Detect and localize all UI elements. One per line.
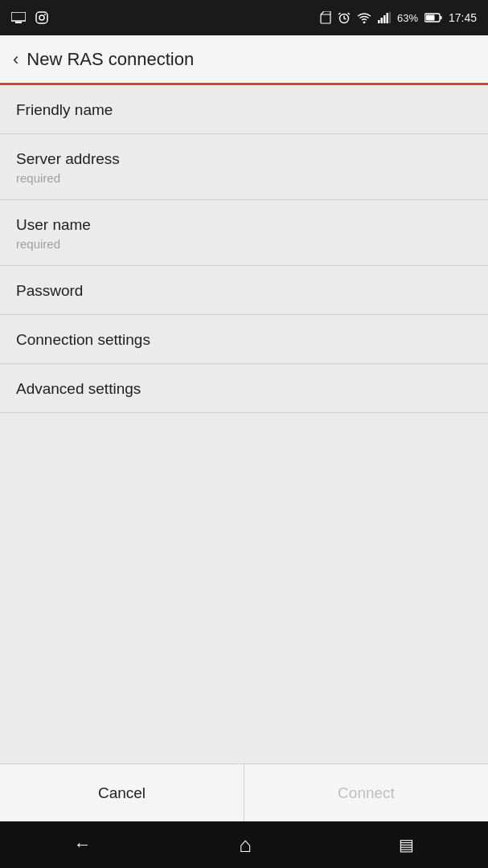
svg-rect-1 (15, 22, 22, 23)
back-button[interactable]: ‹ (13, 49, 18, 70)
svg-rect-16 (389, 12, 391, 23)
connection-settings-label: Connection settings (16, 331, 472, 349)
svg-rect-14 (383, 15, 386, 23)
svg-rect-15 (386, 13, 388, 23)
svg-point-11 (363, 22, 365, 24)
page-title: New RAS connection (27, 49, 194, 70)
instagram-icon (35, 11, 48, 24)
svg-line-10 (347, 13, 350, 14)
home-nav-icon[interactable]: ⌂ (239, 833, 252, 858)
status-bar: 63% 17:45 (0, 0, 488, 35)
svg-rect-19 (440, 16, 441, 19)
form-item-password[interactable]: Password (0, 266, 488, 315)
status-bar-left-icons (11, 11, 48, 24)
svg-point-4 (44, 14, 46, 15)
server-address-required: required (16, 171, 472, 185)
password-label: Password (16, 282, 472, 300)
time-display: 17:45 (449, 11, 477, 24)
form-item-connection-settings[interactable]: Connection settings (0, 315, 488, 364)
user-name-label: User name (16, 216, 472, 234)
svg-rect-18 (425, 15, 434, 21)
advanced-settings-label: Advanced settings (16, 380, 472, 398)
battery-icon (424, 13, 442, 23)
cancel-button[interactable]: Cancel (0, 764, 244, 821)
svg-rect-13 (380, 18, 383, 23)
sim-icon (320, 11, 331, 24)
status-bar-right-icons: 63% 17:45 (320, 11, 477, 24)
user-name-required: required (16, 237, 472, 251)
form-item-advanced-settings[interactable]: Advanced settings (0, 364, 488, 413)
form-item-server-address[interactable]: Server address required (0, 134, 488, 200)
svg-rect-0 (11, 12, 26, 21)
recents-nav-icon[interactable]: ▤ (399, 835, 414, 854)
alarm-icon (338, 11, 351, 24)
form-content: Friendly name Server address required Us… (0, 85, 488, 764)
friendly-name-label: Friendly name (16, 101, 472, 119)
back-nav-icon[interactable]: ← (74, 834, 92, 855)
svg-line-9 (338, 13, 341, 14)
svg-point-3 (39, 15, 44, 20)
header: ‹ New RAS connection (0, 35, 488, 85)
svg-rect-5 (321, 14, 330, 23)
navigation-bar: ← ⌂ ▤ (0, 821, 488, 868)
connect-button[interactable]: Connect (244, 764, 488, 821)
svg-rect-2 (36, 12, 47, 23)
svg-rect-12 (378, 20, 380, 23)
screen-mirror-icon (11, 12, 26, 23)
form-item-user-name[interactable]: User name required (0, 200, 488, 266)
signal-icon (378, 12, 391, 23)
server-address-label: Server address (16, 150, 472, 168)
battery-percentage: 63% (397, 12, 418, 24)
bottom-action-bar: Cancel Connect (0, 764, 488, 821)
wifi-icon (357, 12, 371, 23)
form-item-friendly-name[interactable]: Friendly name (0, 85, 488, 134)
